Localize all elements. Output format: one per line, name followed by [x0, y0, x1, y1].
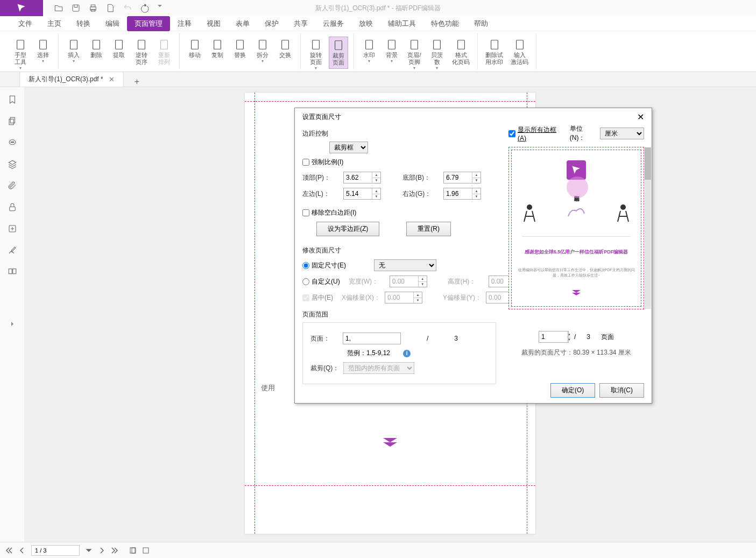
bookmark-icon[interactable]	[8, 95, 17, 104]
top-spinner[interactable]: ▲▼	[343, 172, 381, 183]
svg-rect-15	[282, 40, 289, 50]
menu-表单[interactable]: 表单	[228, 16, 257, 31]
page-number-input[interactable]	[31, 545, 80, 556]
close-icon[interactable]: ✕	[109, 75, 115, 83]
menu-云服务[interactable]: 云服务	[315, 16, 351, 31]
ribbon-提取[interactable]: 提取	[109, 37, 129, 61]
menu-辅助工具[interactable]: 辅助工具	[380, 16, 423, 31]
lock-icon[interactable]	[8, 202, 17, 212]
ribbon-复制[interactable]: 复制	[208, 37, 227, 61]
first-page-icon[interactable]	[5, 547, 13, 554]
ribbon-交换[interactable]: 交换	[275, 37, 295, 61]
menu-放映[interactable]: 放映	[351, 16, 380, 31]
ribbon-水印[interactable]: 水印▾	[359, 37, 379, 66]
info-icon[interactable]: i	[403, 350, 411, 357]
right-spinner[interactable]: ▲▼	[443, 188, 481, 200]
ribbon-背景[interactable]: 背景▾	[382, 37, 401, 66]
last-page-icon[interactable]	[111, 547, 118, 554]
person-icon	[615, 203, 631, 224]
menu-保护[interactable]: 保护	[257, 16, 286, 31]
svg-rect-20	[411, 40, 418, 50]
svg-point-36	[620, 204, 626, 210]
add-tab-button[interactable]: +	[135, 77, 139, 87]
crop-scope-select[interactable]: 范围内的所有页面	[343, 362, 414, 374]
next-page-icon[interactable]	[98, 547, 105, 554]
view-mode1-icon[interactable]	[129, 547, 137, 554]
dialog-body: 边距控制 裁剪框 强制比例(I) 顶部(P)： ▲▼	[295, 126, 652, 394]
svg-rect-21	[434, 40, 441, 50]
menu-页面管理[interactable]: 页面管理	[127, 16, 170, 31]
menu-编辑[interactable]: 编辑	[98, 16, 127, 31]
fixed-size-select[interactable]: 无	[374, 259, 436, 271]
sign-icon[interactable]	[8, 245, 17, 255]
crop-frame-select[interactable]: 裁剪框	[329, 142, 368, 153]
expand-sidebar-icon[interactable]	[10, 321, 15, 327]
close-icon[interactable]: ✕	[637, 112, 644, 122]
ribbon-移动[interactable]: 移动	[185, 37, 204, 61]
ribbon-格式化页码[interactable]: 格式 化页码	[450, 37, 472, 68]
unit-select[interactable]: 厘米	[600, 128, 644, 139]
undo-icon[interactable]	[123, 3, 132, 13]
redo-icon[interactable]	[140, 3, 150, 13]
menu-共享[interactable]: 共享	[286, 16, 315, 31]
layers-icon[interactable]	[8, 159, 17, 169]
cancel-button[interactable]: 取消(C)	[599, 383, 644, 398]
menubar: 文件主页转换编辑页面管理注释视图表单保护共享云服务放映辅助工具特色功能帮助	[0, 16, 756, 31]
document-tab[interactable]: 新人引导(1)_OCR(3).pdf * ✕	[19, 72, 124, 87]
menu-注释[interactable]: 注释	[170, 16, 199, 31]
left-spinner[interactable]: ▲▼	[343, 188, 381, 200]
preview-scrollbar[interactable]	[645, 147, 651, 309]
ribbon-选择[interactable]: 选择▾	[33, 37, 53, 66]
show-all-checkbox[interactable]: 显示所有边框(A)	[508, 125, 562, 142]
custom-radio[interactable]: 自定义(U)	[302, 277, 340, 286]
compare-icon[interactable]	[8, 267, 17, 277]
ribbon-删除[interactable]: 删除	[87, 37, 106, 61]
menu-帮助[interactable]: 帮助	[467, 16, 496, 31]
new-page-icon[interactable]	[105, 3, 115, 13]
ribbon-贝茨数[interactable]: 贝茨 数▾	[427, 37, 447, 73]
person-icon	[521, 203, 538, 224]
attachment-icon[interactable]	[8, 181, 17, 190]
svg-rect-9	[138, 40, 145, 50]
zero-margin-button[interactable]: 设为零边距(Z)	[316, 222, 379, 236]
ribbon-逆转页序[interactable]: 逆转 页序	[132, 37, 151, 68]
ribbon-替换[interactable]: 替换	[230, 37, 250, 61]
svg-rect-2	[91, 5, 95, 7]
copy-icon[interactable]	[8, 116, 17, 126]
comment-icon[interactable]	[8, 138, 17, 147]
svg-rect-6	[70, 40, 77, 50]
ribbon-手型工具[interactable]: 手型 工具▾	[11, 37, 30, 73]
ribbon-页眉/页脚[interactable]: 页眉/ 页脚▾	[405, 37, 424, 73]
ok-button[interactable]: 确定(O)	[550, 383, 595, 398]
reset-button[interactable]: 重置(R)	[406, 222, 451, 236]
svg-rect-11	[192, 40, 199, 50]
ribbon-拆分[interactable]: 拆分▾	[253, 37, 272, 66]
ribbon-删除试用水印[interactable]: 删除试 用水印	[483, 37, 505, 68]
page-dropdown-icon[interactable]	[85, 547, 93, 554]
menu-文件[interactable]: 文件	[11, 16, 40, 31]
save-icon[interactable]	[71, 3, 81, 13]
page-input[interactable]	[343, 333, 401, 344]
titlebar: 新人引导(1)_OCR(3).pdf * - 福昕PDF编辑器	[0, 0, 756, 16]
qat-dropdown-icon[interactable]	[157, 3, 162, 9]
left-sidebar	[0, 87, 24, 542]
menu-特色功能[interactable]: 特色功能	[423, 16, 467, 31]
ribbon-输入激活码[interactable]: 输入 激活码	[508, 37, 531, 68]
force-ratio-checkbox[interactable]: 强制比例(I)	[302, 158, 343, 167]
view-mode2-icon[interactable]	[142, 547, 150, 554]
ribbon-旋转页面[interactable]: 旋转 页面▾	[306, 37, 326, 73]
bottom-spinner[interactable]: ▲▼	[443, 172, 481, 183]
ribbon-插入[interactable]: 插入▾	[64, 37, 83, 66]
menu-主页[interactable]: 主页	[40, 16, 69, 31]
print-icon[interactable]	[88, 3, 98, 13]
page-text: 使用	[261, 383, 275, 393]
prev-page-icon[interactable]	[18, 547, 26, 554]
open-icon[interactable]	[54, 3, 63, 13]
ribbon-裁剪页面[interactable]: 裁剪 页面	[329, 37, 348, 69]
save-version-icon[interactable]	[8, 224, 17, 234]
preview-page-spinner[interactable]: ▲▼	[539, 331, 569, 343]
fixed-size-radio[interactable]: 固定尺寸(E)	[302, 261, 346, 270]
menu-转换[interactable]: 转换	[69, 16, 98, 31]
menu-视图[interactable]: 视图	[199, 16, 228, 31]
svg-rect-0	[73, 5, 79, 11]
